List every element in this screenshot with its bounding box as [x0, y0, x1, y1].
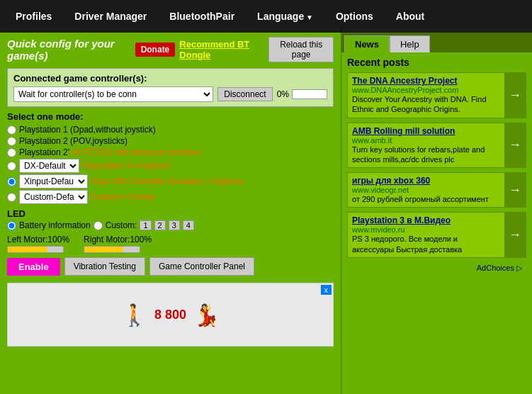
enable-button[interactable]: Enable [7, 258, 60, 276]
percent-bar: 0% [277, 89, 327, 99]
radio-ps2[interactable] [7, 137, 16, 146]
ad-close-button[interactable]: x [321, 285, 332, 295]
label-ps2p: Playstation 2' [19, 147, 69, 157]
radio-ps2p[interactable] [7, 148, 16, 157]
mode-section: Select one mode: Playstation 1 (Dpad,wit… [7, 111, 334, 204]
ad-item-2-title[interactable]: игры для xbox 360 [352, 176, 500, 186]
controller-label: Connected game controller(s): [13, 73, 327, 84]
left-motor-label: Left Motor:100% [7, 235, 69, 244]
top-bar: Quick config for your game(s) Donate Rec… [7, 37, 334, 62]
menu-options[interactable]: Options [327, 5, 382, 28]
quick-config-title: Quick config for your game(s) [7, 38, 131, 62]
ad-phone-wrapper: 8 800 [154, 308, 186, 322]
select-custom[interactable]: Custom-Defa [19, 190, 88, 204]
menu-driver-manager[interactable]: Driver Manager [66, 5, 155, 28]
select-ps3[interactable]: DX-Default [19, 159, 79, 173]
led-num-4[interactable]: 4 [183, 220, 194, 230]
recent-posts-title: Recent posts [347, 57, 526, 68]
ad-item-2-content: игры для xbox 360 www.videogr.net от 290… [348, 173, 504, 207]
led-num-1[interactable]: 1 [140, 220, 151, 230]
mode-row-ps3: DX-Default Playstation 3=>Options [7, 159, 334, 173]
menu-bar: Profiles Driver Manager BluetoothPair La… [0, 0, 532, 33]
right-motor-label: Right Motor:100% [84, 235, 152, 244]
ad-item-3-arrow[interactable]: → [504, 213, 526, 257]
game-controller-button[interactable]: Game Controller Panel [149, 257, 254, 276]
right-motor: Right Motor:100% [84, 235, 152, 253]
radio-xinput[interactable] [7, 177, 16, 186]
percent-text: 0% [277, 89, 289, 99]
menu-about[interactable]: About [387, 5, 433, 28]
vibration-testing-button[interactable]: Vibration Testing [64, 257, 145, 276]
motor-row: Left Motor:100% Right Motor:100% [7, 235, 334, 253]
ad-item-1-url: www.amb.it [352, 136, 500, 145]
ad-item-0-content: The DNA Ancestry Project www.DNAAncestry… [348, 73, 504, 118]
buttons-row: Enable Vibration Testing Game Controller… [7, 257, 334, 276]
mode-row-ps2p: Playstation 2' for PCSX2 with pressure s… [7, 147, 334, 157]
left-panel: Quick config for your game(s) Donate Rec… [0, 33, 341, 394]
ad-item-2-desc: от 290 рублей огромный ассортимент [352, 194, 500, 204]
led-num-3[interactable]: 3 [169, 220, 180, 230]
menu-profiles[interactable]: Profiles [7, 5, 60, 28]
controller-select[interactable]: Wait for controller(s) to be conn [13, 86, 213, 102]
left-motor-slider[interactable] [7, 246, 64, 253]
label-battery-info: Battery information [19, 220, 91, 230]
ad-item-1-content: AMB Rolling mill solution www.amb.it Tur… [348, 123, 504, 168]
motor-section: Left Motor:100% Right Motor:100% [7, 235, 334, 253]
ad-item-3-content: Playstation 3 в М.Видео www.mvideo.ru PS… [348, 213, 504, 257]
ad-item-3: Playstation 3 в М.Видео www.mvideo.ru PS… [347, 212, 526, 258]
recommend-link[interactable]: Recommend BT Dongle [179, 39, 264, 60]
menu-language[interactable]: Language [249, 5, 322, 28]
ps2p-link[interactable]: for PCSX2 with pressure sensitive [72, 147, 200, 157]
ad-item-0-arrow[interactable]: → [504, 73, 526, 118]
led-section: LED Battery information Custom: 1 2 3 4 [7, 208, 334, 230]
ad-item-1-arrow[interactable]: → [504, 123, 526, 168]
ad-item-0: The DNA Ancestry Project www.DNAAncestry… [347, 72, 526, 118]
ad-item-3-url: www.mvideo.ru [352, 225, 500, 234]
ad-item-2-url: www.videogr.net [352, 186, 500, 194]
mode-row-custom: Custom-Defa Custom=>Create [7, 190, 334, 204]
ad-item-3-title[interactable]: Playstation 3 в М.Видео [352, 215, 500, 225]
radio-ps1[interactable] [7, 125, 16, 135]
label-ps1: Playstation 1 (Dpad,without joystick) [19, 125, 156, 135]
tab-help[interactable]: Help [390, 35, 430, 52]
ad-item-1-title[interactable]: AMB Rolling mill solution [352, 126, 500, 136]
radio-custom[interactable] [7, 193, 16, 202]
ad-content: 🚶 8 800 💃 [121, 303, 220, 327]
right-panel: News Help Recent posts The DNA Ancestry … [341, 33, 532, 394]
radio-ps3[interactable] [7, 162, 16, 171]
ad-item-3-desc: PS 3 недорого. Все модели и аксессуары Б… [352, 234, 500, 254]
right-motor-slider[interactable] [84, 246, 140, 253]
ad-item-2: игры для xbox 360 www.videogr.net от 290… [347, 172, 526, 208]
ad-item-1: AMB Rolling mill solution www.amb.it Tur… [347, 123, 526, 169]
xinput-link[interactable]: Xbox 360 Controller Emulator =>Options [91, 176, 244, 186]
controller-row: Wait for controller(s) to be conn Discon… [13, 86, 327, 102]
ad-figure-left: 🚶 [121, 303, 147, 327]
ad-item-0-desc: Discover Your Ancestry with DNA. Find Et… [352, 94, 500, 115]
custom-link[interactable]: Custom=>Create [91, 192, 155, 202]
controller-section: Connected game controller(s): Wait for c… [7, 68, 334, 107]
ad-item-0-title[interactable]: The DNA Ancestry Project [352, 76, 500, 86]
menu-bluetooth-pair[interactable]: BluetoothPair [161, 5, 243, 28]
ps3-link[interactable]: Playstation 3=>Options [82, 161, 170, 171]
ad-item-2-arrow[interactable]: → [504, 173, 526, 207]
ad-item-1-desc: Turn key solutions for rebars,plate and … [352, 145, 500, 165]
label-ps2: Playstation 2 (POV,joysticks) [19, 136, 128, 146]
mode-row-ps2: Playstation 2 (POV,joysticks) [7, 136, 334, 146]
tab-news[interactable]: News [344, 35, 390, 52]
label-custom-led: Custom: [106, 220, 137, 230]
select-xinput[interactable]: Xinput-Defau [19, 174, 88, 188]
left-motor: Left Motor:100% [7, 235, 69, 253]
mode-label: Select one mode: [7, 111, 334, 122]
donate-button[interactable]: Donate [135, 43, 176, 57]
disconnect-button[interactable]: Disconnect [217, 87, 272, 101]
radio-battery-info[interactable] [7, 221, 16, 230]
radio-custom-led[interactable] [94, 221, 103, 230]
ad-choices[interactable]: AdChoices ▷ [347, 262, 526, 274]
ad-figure-right: 💃 [193, 303, 220, 327]
ad-phone: 8 800 [154, 308, 186, 322]
progress-bar [292, 89, 327, 99]
led-num-2[interactable]: 2 [154, 220, 166, 230]
ad-banner: x 🚶 8 800 💃 [7, 283, 334, 347]
mode-row-xinput: Xinput-Defau Xbox 360 Controller Emulato… [7, 174, 334, 188]
reload-button[interactable]: Reload this page [268, 37, 334, 62]
